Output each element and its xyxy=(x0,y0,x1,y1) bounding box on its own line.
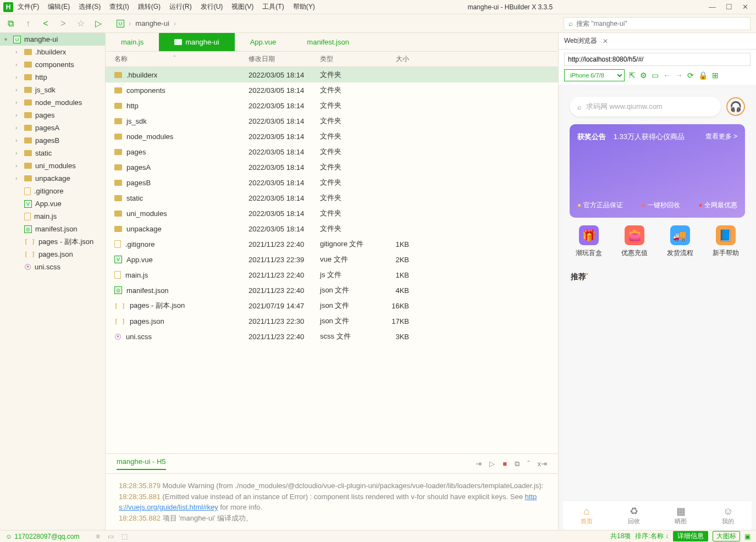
grid-cell[interactable]: 📘新手帮助 xyxy=(713,225,739,258)
file-row[interactable]: static2022/03/05 18:14文件夹 xyxy=(106,190,558,206)
run-icon[interactable]: ▷ xyxy=(93,19,103,29)
tree-item[interactable]: ◎manifest.json xyxy=(0,223,105,235)
tree-item[interactable]: ›.hbuilderx xyxy=(0,46,105,58)
menu-item[interactable]: 视图(V) xyxy=(227,2,258,12)
console-play-icon[interactable]: ▷ xyxy=(489,460,495,468)
console-stop-icon[interactable]: ■ xyxy=(503,460,507,468)
search-input[interactable] xyxy=(576,20,746,27)
menu-item[interactable]: 文件(F) xyxy=(13,2,43,12)
star-icon[interactable]: ☆ xyxy=(76,19,86,29)
console-action-icon[interactable]: ⇥ xyxy=(476,460,482,468)
app-search-bar[interactable]: ⌕ 求码网 www.qiumw.com xyxy=(570,97,721,117)
preview-back-icon[interactable]: ← xyxy=(663,71,671,80)
devtools-icon[interactable]: ⚙ xyxy=(640,71,647,80)
device-select[interactable]: iPhone 6/7/8 xyxy=(564,69,625,81)
menu-item[interactable]: 运行(R) xyxy=(165,2,196,12)
status-sort[interactable]: 排序:名称 ↓ xyxy=(635,532,669,541)
console-open-icon[interactable]: ⧉ xyxy=(515,460,520,468)
menu-item[interactable]: 跳转(G) xyxy=(134,2,165,12)
nav-up-icon[interactable]: ↑ xyxy=(23,19,33,29)
file-row[interactable]: ◎manifest.json2021/11/23 22:40json 文件4KB xyxy=(106,283,558,298)
tree-item[interactable]: ›pagesB xyxy=(0,134,105,147)
lock-icon[interactable]: 🔒 xyxy=(698,71,708,80)
preview-url-input[interactable] xyxy=(564,53,751,66)
contacts-icon[interactable]: ☺ xyxy=(5,533,12,540)
tree-item[interactable]: ›node_modules xyxy=(0,96,105,109)
file-row[interactable]: unpackage2022/03/05 18:14文件夹 xyxy=(106,221,558,236)
menu-item[interactable]: 发行(U) xyxy=(196,2,228,12)
banner-more-link[interactable]: 查看更多 > xyxy=(705,132,737,141)
banner[interactable]: 获奖公告 1.33万人获得心仪商品 查看更多 > 官方正品保证一键秒回收全网最优… xyxy=(570,124,745,218)
rotate-icon[interactable]: ▭ xyxy=(652,71,659,80)
menu-item[interactable]: 工具(T) xyxy=(258,2,288,12)
preview-forward-icon[interactable]: → xyxy=(675,71,683,80)
grid-cell[interactable]: 👛优惠充值 xyxy=(621,225,648,258)
file-row[interactable]: [ ]pages.json2021/11/23 22:30json 文件17KB xyxy=(106,313,558,329)
menu-item[interactable]: 编辑(E) xyxy=(43,2,74,12)
nav-back-icon[interactable]: < xyxy=(41,19,51,29)
nav-forward-icon[interactable]: > xyxy=(58,19,68,29)
tree-item[interactable]: main.js xyxy=(0,210,105,223)
tree-item[interactable]: ›unpackage xyxy=(0,172,105,185)
file-row[interactable]: node_modules2022/03/05 18:14文件夹 xyxy=(106,129,558,144)
tree-item[interactable]: ›pagesA xyxy=(0,121,105,134)
tabbar-item[interactable]: ▦晒图 xyxy=(658,501,705,530)
sb-icon[interactable]: ⬚ xyxy=(122,533,128,540)
tabbar-item[interactable]: ☺我的 xyxy=(704,501,752,530)
file-row[interactable]: js_sdk2022/03/05 18:14文件夹 xyxy=(106,113,558,129)
menu-item[interactable]: 选择(S) xyxy=(74,2,105,12)
sb-icon[interactable]: ≡ xyxy=(96,533,100,540)
console-tab[interactable]: manghe-ui - H5 xyxy=(117,457,166,470)
file-row[interactable]: http2022/03/05 18:14文件夹 xyxy=(106,98,558,113)
menu-item[interactable]: 帮助(Y) xyxy=(289,2,319,12)
maximize-icon[interactable]: ☐ xyxy=(726,3,732,11)
file-row[interactable]: ⦿uni.scss2021/11/23 22:40scss 文件3KB xyxy=(106,329,558,344)
file-row[interactable]: main.js2021/11/23 22:40js 文件1KB xyxy=(106,267,558,283)
grid-cell[interactable]: 🚚发货流程 xyxy=(667,225,693,258)
large-icons-button[interactable]: 大图标 xyxy=(713,531,740,541)
grid-cell[interactable]: 🎁潮玩盲盒 xyxy=(576,225,602,258)
console-expand-icon[interactable]: ˆ xyxy=(527,460,529,468)
tree-item[interactable]: ›components xyxy=(0,58,105,71)
file-row[interactable]: uni_modules2022/03/05 18:14文件夹 xyxy=(106,206,558,221)
tabbar-item[interactable]: ♻回收 xyxy=(610,501,658,530)
editor-tab[interactable]: manifest.json xyxy=(291,33,365,51)
console-close-icon[interactable]: x⇥ xyxy=(538,460,548,468)
tree-item[interactable]: ›pages xyxy=(0,109,105,121)
editor-tab[interactable]: manghe-ui xyxy=(159,33,234,51)
tree-root[interactable]: ▾ U manghe-ui xyxy=(0,33,105,46)
tree-item[interactable]: .gitignore xyxy=(0,185,105,197)
file-row[interactable]: VApp.vue2021/11/23 22:39vue 文件2KB xyxy=(106,252,558,267)
file-row[interactable]: pages2022/03/05 18:14文件夹 xyxy=(106,144,558,159)
tree-item[interactable]: ›static xyxy=(0,147,105,159)
menu-item[interactable]: 查找(I) xyxy=(105,2,133,12)
contacts-link[interactable]: 1170228097@qq.com xyxy=(14,533,79,540)
tree-item[interactable]: ›http xyxy=(0,71,105,84)
file-row[interactable]: .gitignore2021/11/23 22:40gitignore 文件1K… xyxy=(106,236,558,252)
detail-view-button[interactable]: 详细信息 xyxy=(673,531,708,541)
preview-close-icon[interactable]: ✕ xyxy=(603,37,608,45)
refresh-icon[interactable]: ⟳ xyxy=(687,71,694,80)
tree-item[interactable]: [ ]pages.json xyxy=(0,248,105,261)
search-box[interactable]: ⌕ xyxy=(564,17,751,30)
file-row[interactable]: .hbuilderx2022/03/05 18:14文件夹 xyxy=(106,67,558,82)
new-file-icon[interactable]: ⧉ xyxy=(5,19,15,29)
breadcrumb[interactable]: U › manghe-ui › xyxy=(117,19,176,27)
project-tree[interactable]: ▾ U manghe-ui ›.hbuilderx›components›htt… xyxy=(0,33,106,530)
close-icon[interactable]: ✕ xyxy=(742,3,748,11)
editor-tab[interactable]: App.vue xyxy=(235,33,292,51)
terminal-icon[interactable]: ▣ xyxy=(744,533,751,540)
editor-tab[interactable]: main.js xyxy=(106,33,159,51)
open-external-icon[interactable]: ⇱ xyxy=(629,71,636,80)
file-row[interactable]: [ ]pages - 副本.json2021/07/19 14:47json 文… xyxy=(106,298,558,313)
tree-item[interactable]: ⦿uni.scss xyxy=(0,261,105,273)
sb-icon[interactable]: ▭ xyxy=(108,533,114,540)
file-row[interactable]: pagesB2022/03/05 18:14文件夹 xyxy=(106,175,558,190)
tabbar-item[interactable]: ⌂首页 xyxy=(563,501,610,530)
customer-service-icon[interactable]: 🎧 xyxy=(726,97,745,116)
tree-item[interactable]: VApp.vue xyxy=(0,197,105,210)
tree-item[interactable]: [ ]pages - 副本.json xyxy=(0,235,105,248)
file-row[interactable]: pagesA2022/03/05 18:14文件夹 xyxy=(106,159,558,175)
tree-item[interactable]: ›uni_modules xyxy=(0,159,105,172)
tree-item[interactable]: ›js_sdk xyxy=(0,84,105,96)
